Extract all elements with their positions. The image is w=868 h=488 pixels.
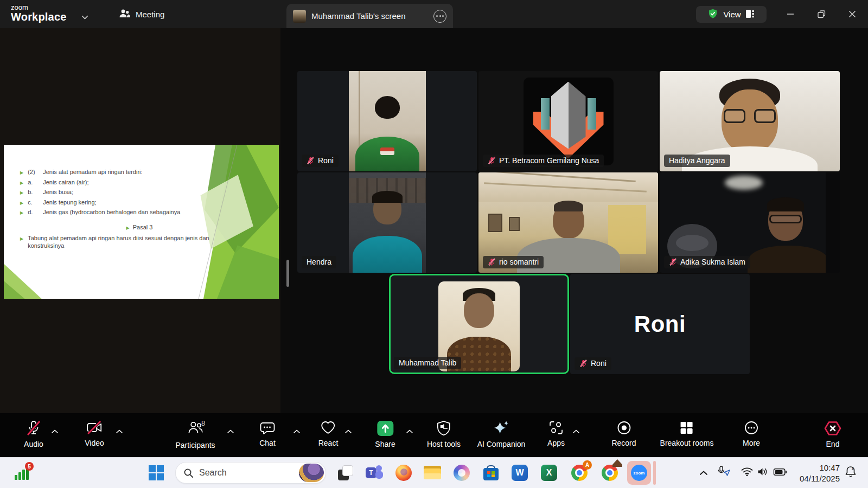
graduation-cap-badge	[612, 459, 622, 467]
video-tile-roni-novideo[interactable]: Roni Roni	[570, 274, 750, 374]
participants-chevron-up-icon[interactable]	[227, 426, 234, 436]
search-icon	[183, 468, 194, 478]
video-tile-roni-camera[interactable]: Roni	[297, 71, 477, 171]
breakout-rooms-button[interactable]: Breakout rooms	[660, 420, 714, 447]
apps-chevron-up-icon[interactable]	[572, 426, 580, 436]
tab-shared-screen[interactable]: Muhammad Talib's screen	[286, 4, 453, 28]
sparkle-icon	[493, 420, 510, 436]
taskbar-store-app[interactable]	[483, 465, 499, 480]
minimize-button[interactable]	[781, 7, 800, 22]
word-icon: W	[512, 465, 528, 481]
notification-bell-icon[interactable]: z	[845, 465, 857, 480]
titlebar: zoom Workplace Meeting Muhammad Talib's …	[0, 0, 868, 28]
taskbar-word-app[interactable]: W	[512, 465, 528, 481]
more-button[interactable]: More	[743, 420, 760, 447]
react-button[interactable]: React	[318, 420, 339, 447]
taskbar-file-explorer-app[interactable]	[424, 466, 441, 480]
chat-chevron-up-icon[interactable]	[293, 426, 301, 436]
logo-workplace-text: Workplace	[11, 11, 67, 22]
tray-wifi-icon[interactable]	[741, 467, 753, 479]
chat-icon	[259, 420, 276, 435]
restore-button[interactable]	[812, 7, 831, 22]
avatar	[293, 10, 306, 23]
tray-chevron-up-icon[interactable]	[699, 468, 708, 478]
taskbar-excel-app[interactable]: X	[541, 465, 557, 481]
video-button[interactable]: Video	[85, 420, 104, 447]
view-button[interactable]: View	[696, 6, 767, 23]
video-tile-muhammad-talib[interactable]: Muhammad Talib	[389, 274, 569, 374]
chrome-icon	[602, 465, 618, 481]
name-label: Muhammad Talib	[394, 357, 461, 369]
slide-text: ▶(2)Jenis alat pemadam api ringan terdir…	[20, 169, 215, 253]
record-button[interactable]: Record	[611, 420, 636, 447]
taskbar-zoom-app[interactable]: zoom	[627, 461, 651, 485]
react-chevron-up-icon[interactable]	[344, 426, 352, 436]
people-icon	[119, 9, 131, 20]
shield-icon	[436, 420, 451, 436]
video-tile-rio[interactable]: rio somantri	[478, 172, 658, 273]
name-label: rio somantri	[483, 256, 544, 268]
taskbar-chrome-app-2[interactable]	[602, 465, 618, 481]
mic-muted-icon	[488, 258, 496, 266]
apps-button[interactable]: Apps	[547, 420, 565, 447]
tray-mic-location-icon[interactable]	[717, 466, 731, 480]
mic-muted-icon	[488, 157, 496, 165]
video-tile-adika[interactable]: Adika Sukma Islam	[660, 172, 840, 273]
tray-battery-icon[interactable]	[774, 468, 787, 478]
clock-time: 10:47	[800, 463, 840, 473]
taskbar-teams-app[interactable]: T	[366, 464, 383, 481]
video-tile-hendra[interactable]: Hendra	[297, 172, 477, 273]
more-options-icon[interactable]	[433, 10, 446, 23]
chevron-down-icon[interactable]	[81, 12, 88, 22]
bullet-arrow-icon: ▶	[20, 190, 23, 195]
audio-chevron-up-icon[interactable]	[51, 426, 59, 436]
end-button[interactable]: End	[824, 420, 842, 448]
name-label: Hendra	[302, 256, 336, 268]
search-box[interactable]: Search	[175, 462, 326, 484]
share-chevron-up-icon[interactable]	[406, 426, 413, 436]
search-highlights-image[interactable]	[299, 464, 324, 482]
taskbar-firefox-app[interactable]	[395, 465, 412, 481]
camera-muted-icon	[86, 420, 103, 435]
chat-button[interactable]: Chat	[259, 420, 276, 447]
participants-button[interactable]: 8 Participants	[175, 420, 215, 450]
clock-date: 04/11/2025	[800, 473, 840, 484]
heart-icon	[320, 420, 336, 435]
ai-companion-button[interactable]: AI Companion	[477, 420, 526, 448]
audio-button[interactable]: Audio	[24, 420, 43, 448]
start-button[interactable]	[149, 465, 164, 480]
video-chevron-up-icon[interactable]	[116, 426, 123, 436]
company-logo	[524, 78, 614, 165]
stocks-icon: 5	[14, 466, 30, 480]
video-tile-haditya[interactable]: Haditya Anggara	[660, 71, 840, 171]
scrollbar[interactable]	[286, 260, 289, 287]
notification-badge: 5	[25, 462, 34, 471]
tray-speaker-icon[interactable]	[757, 467, 769, 479]
taskbar-stocks-app[interactable]: 5	[14, 466, 30, 480]
microsoft-store-icon	[483, 465, 499, 480]
name-label: Roni	[575, 357, 611, 370]
chrome-icon: A	[571, 465, 588, 481]
close-button[interactable]	[843, 7, 861, 22]
share-button[interactable]: Share	[375, 420, 395, 448]
record-icon	[616, 420, 631, 435]
task-view-button[interactable]	[338, 465, 353, 480]
taskbar-chrome-app[interactable]: A	[571, 465, 588, 481]
bullet-arrow-icon: ▶	[20, 181, 23, 185]
taskbar-clock[interactable]: 10:47 04/11/2025	[800, 463, 840, 484]
windows-logo-icon	[149, 465, 164, 480]
zoom-workplace-logo: zoom Workplace	[11, 4, 67, 22]
end-call-icon	[824, 420, 842, 436]
host-tools-button[interactable]: Host tools	[427, 420, 461, 448]
mic-muted-icon	[26, 420, 41, 436]
video-tile-betracom[interactable]: PT. Betracom Gemilang Nusa	[478, 71, 658, 171]
apps-icon	[548, 420, 564, 435]
screen-tab-title: Muhammad Talib's screen	[311, 11, 428, 21]
search-placeholder: Search	[199, 468, 293, 478]
tab-meeting[interactable]: Meeting	[111, 0, 172, 28]
mic-muted-icon	[669, 258, 677, 266]
file-explorer-icon	[424, 466, 441, 480]
bullet-arrow-icon: ▶	[20, 210, 23, 215]
taskbar-copilot-app[interactable]	[454, 465, 470, 481]
share-screen-icon	[375, 420, 395, 436]
